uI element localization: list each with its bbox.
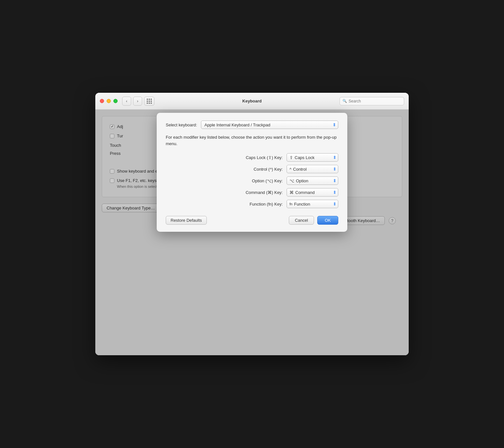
modifier-rows: Caps Lock (⇪) Key: ⇪ Caps Lock ⬍ Control… — [166, 153, 338, 208]
traffic-lights — [100, 99, 118, 103]
titlebar: ‹ › Keyboard 🔍 — [95, 93, 409, 110]
control-select[interactable]: ^ Control — [287, 165, 338, 173]
option-icon: ⌥ — [289, 178, 294, 183]
option-select-wrapper: ⌥ Option ⬍ — [287, 176, 338, 185]
window-title: Keyboard — [242, 99, 262, 103]
search-icon: 🔍 — [342, 99, 347, 103]
ok-button[interactable]: OK — [317, 216, 338, 225]
option-key-label: Option (⌥) Key: — [225, 178, 283, 183]
caps-lock-select[interactable]: ⇪ Caps Lock — [287, 153, 338, 162]
forward-button[interactable]: › — [133, 97, 142, 106]
function-icon: fn — [289, 202, 292, 206]
option-value: Option — [296, 178, 308, 183]
function-value: Function — [294, 202, 310, 207]
grid-dots-icon — [147, 99, 152, 104]
option-select[interactable]: ⌥ Option — [287, 176, 338, 185]
function-key-label: Function (fn) Key: — [225, 202, 283, 207]
keyboard-select-row: Select keyboard: Apple Internal Keyboard… — [166, 121, 338, 129]
command-value: Command — [295, 190, 315, 195]
grid-view-button[interactable] — [144, 97, 154, 106]
keyboard-select-display[interactable]: Apple Internal Keyboard / Trackpad — [201, 121, 338, 129]
cancel-button[interactable]: Cancel — [289, 216, 314, 225]
keyboard-select-label: Select keyboard: — [166, 123, 197, 127]
modifier-row-option: Option (⌥) Key: ⌥ Option ⬍ — [166, 176, 338, 185]
command-icon: ⌘ — [289, 190, 294, 195]
modal-description: For each modifier key listed below, choo… — [166, 134, 338, 147]
modifier-row-command: Command (⌘) Key: ⌘ Command ⬍ — [166, 188, 338, 197]
modifier-keys-dialog: Select keyboard: Apple Internal Keyboard… — [157, 113, 347, 232]
control-icon: ^ — [289, 167, 291, 172]
search-box[interactable]: 🔍 — [340, 97, 404, 105]
function-select[interactable]: fn Function — [287, 200, 338, 208]
function-select-wrapper: fn Function ⬍ — [287, 200, 338, 208]
restore-defaults-button[interactable]: Restore Defaults — [166, 216, 207, 225]
keyboard-select-wrapper: Apple Internal Keyboard / Trackpad ⬍ — [201, 121, 338, 129]
caps-lock-value: Caps Lock — [295, 155, 314, 160]
nav-buttons: ‹ › — [122, 97, 142, 106]
command-select-wrapper: ⌘ Command ⬍ — [287, 188, 338, 197]
modifier-row-capslock: Caps Lock (⇪) Key: ⇪ Caps Lock ⬍ — [166, 153, 338, 162]
caps-lock-key-label: Caps Lock (⇪) Key: — [225, 155, 283, 160]
search-input[interactable] — [349, 99, 401, 103]
caps-lock-select-wrapper: ⇪ Caps Lock ⬍ — [287, 153, 338, 162]
control-select-wrapper: ^ Control ⬍ — [287, 165, 338, 173]
minimize-button[interactable] — [107, 99, 111, 103]
command-select[interactable]: ⌘ Command — [287, 188, 338, 197]
maximize-button[interactable] — [113, 99, 118, 103]
control-key-label: Control (^) Key: — [225, 167, 283, 172]
control-value: Control — [293, 167, 307, 172]
modifier-row-control: Control (^) Key: ^ Control ⬍ — [166, 165, 338, 173]
modifier-row-function: Function (fn) Key: fn Function ⬍ — [166, 200, 338, 208]
modal-buttons: Restore Defaults Cancel OK — [166, 216, 338, 225]
modal-overlay: Select keyboard: Apple Internal Keyboard… — [95, 110, 409, 355]
modal-action-buttons: Cancel OK — [289, 216, 338, 225]
main-window: ‹ › Keyboard 🔍 Adj Tur — [95, 93, 409, 355]
command-key-label: Command (⌘) Key: — [225, 190, 283, 195]
caps-lock-icon: ⇪ — [289, 155, 293, 160]
back-button[interactable]: ‹ — [122, 97, 131, 106]
close-button[interactable] — [100, 99, 104, 103]
content-area: Adj Tur Touch Press Show keyboard and em… — [95, 110, 409, 355]
